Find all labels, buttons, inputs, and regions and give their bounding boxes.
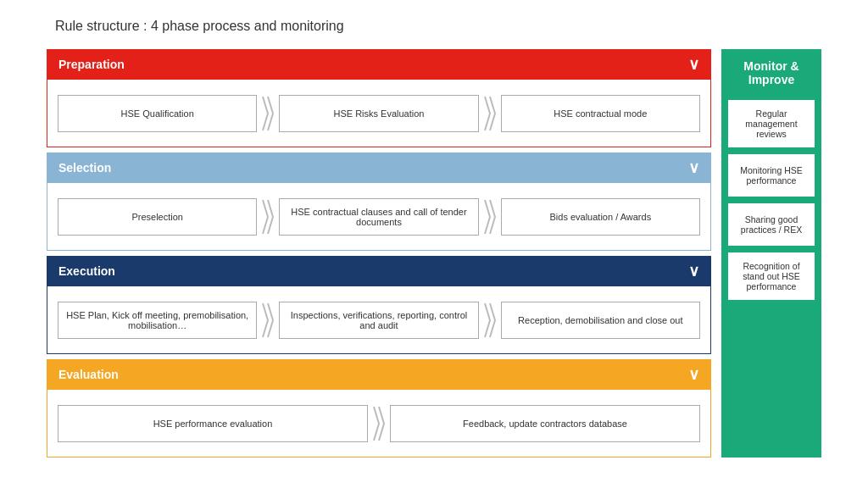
step-item-evaluation-0: HSE performance evaluation	[54, 400, 371, 447]
step-item-preparation-2: HSE contractual mode	[498, 90, 704, 137]
step-separator-execution-2	[482, 302, 498, 339]
step-item-execution-0: HSE Plan, Kick off meeting, premobilisat…	[54, 297, 260, 344]
phase-body-preparation: HSE Qualification HSE Risks Evaluation H…	[47, 80, 711, 147]
step-item-selection-1: HSE contractual clauses and call of tend…	[275, 193, 481, 241]
phase-body-evaluation: HSE performance evaluation Feedback, upd…	[47, 390, 711, 458]
monitor-items: Regular management reviewsMonitoring HSE…	[721, 93, 821, 307]
monitor-title: Monitor & Improve	[721, 49, 821, 93]
step-separator-preparation-2	[482, 95, 498, 132]
step-item-execution-1: Inspections, verifications, reporting, c…	[275, 297, 481, 344]
step-box-execution-2: Reception, demobilisation and close out	[501, 302, 700, 339]
phase-evaluation: Evaluation∨HSE performance evaluation Fe…	[47, 359, 711, 458]
phase-chevron-evaluation[interactable]: ∨	[688, 365, 699, 384]
monitor-item-2: Sharing good practices / REX	[728, 203, 815, 246]
phase-label-preparation: Preparation	[58, 58, 125, 71]
phase-body-selection: Preselection HSE contractual clauses and…	[47, 183, 711, 251]
phase-header-execution: Execution∨	[47, 256, 711, 286]
step-item-preparation-1: HSE Risks Evaluation	[275, 90, 481, 137]
phase-chevron-selection[interactable]: ∨	[688, 158, 699, 177]
step-separator-evaluation-1	[371, 405, 387, 442]
monitor-item-1: Monitoring HSE performance	[728, 154, 815, 197]
page-title: Rule structure : 4 phase process and mon…	[0, 0, 868, 49]
step-box-evaluation-0: HSE performance evaluation	[58, 405, 368, 442]
phases-column: Preparation∨HSE Qualification HSE Risks …	[47, 49, 711, 458]
main-layout: Preparation∨HSE Qualification HSE Risks …	[0, 49, 868, 458]
phase-preparation: Preparation∨HSE Qualification HSE Risks …	[47, 49, 711, 147]
step-box-preparation-0: HSE Qualification	[58, 95, 257, 132]
step-box-preparation-1: HSE Risks Evaluation	[279, 95, 478, 132]
step-item-selection-0: Preselection	[54, 193, 260, 241]
step-item-preparation-0: HSE Qualification	[54, 90, 260, 137]
step-separator-execution-1	[260, 302, 275, 339]
step-separator-preparation-1	[260, 95, 275, 132]
phase-label-evaluation: Evaluation	[58, 368, 119, 381]
step-box-execution-1: Inspections, verifications, reporting, c…	[279, 302, 478, 339]
phase-label-execution: Execution	[58, 264, 115, 278]
monitor-item-3: Recognition of stand out HSE performance	[728, 252, 815, 300]
step-item-selection-2: Bids evaluation / Awards	[498, 193, 704, 241]
phase-body-execution: HSE Plan, Kick off meeting, premobilisat…	[47, 286, 711, 354]
phase-header-preparation: Preparation∨	[47, 49, 711, 80]
step-item-execution-2: Reception, demobilisation and close out	[498, 297, 704, 344]
step-separator-selection-2	[482, 198, 498, 236]
step-box-preparation-2: HSE contractual mode	[501, 95, 700, 132]
step-box-execution-0: HSE Plan, Kick off meeting, premobilisat…	[58, 302, 257, 339]
step-box-evaluation-1: Feedback, update contractors database	[390, 405, 700, 442]
phase-chevron-execution[interactable]: ∨	[688, 262, 699, 280]
phase-header-evaluation: Evaluation∨	[47, 359, 711, 390]
phase-header-selection: Selection∨	[47, 152, 711, 183]
phase-execution: Execution∨HSE Plan, Kick off meeting, pr…	[47, 256, 711, 354]
page-container: Rule structure : 4 phase process and mon…	[0, 0, 868, 458]
phase-selection: Selection∨Preselection HSE contractual c…	[47, 152, 711, 251]
step-box-selection-2: Bids evaluation / Awards	[501, 198, 700, 236]
step-separator-selection-1	[260, 198, 275, 236]
step-box-selection-1: HSE contractual clauses and call of tend…	[279, 198, 478, 236]
phase-label-selection: Selection	[58, 161, 111, 175]
step-item-evaluation-1: Feedback, update contractors database	[387, 400, 704, 447]
monitor-column: Monitor & Improve Regular management rev…	[721, 49, 821, 458]
step-box-selection-0: Preselection	[58, 198, 257, 236]
phase-chevron-preparation[interactable]: ∨	[688, 55, 699, 74]
monitor-item-0: Regular management reviews	[728, 100, 815, 147]
